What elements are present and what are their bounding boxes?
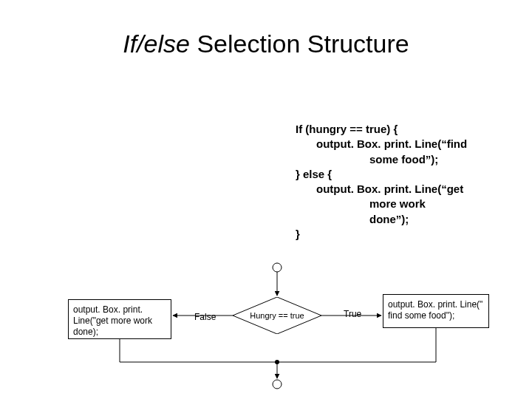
svg-point-5 (275, 360, 279, 364)
code-line: done”); (296, 212, 502, 227)
code-line: some food”); (296, 152, 502, 167)
flow-action-true: output. Box. print. Line(" find some foo… (383, 294, 489, 328)
code-line: } (296, 227, 502, 242)
svg-point-7 (273, 380, 282, 389)
title-italic: If/else (123, 30, 190, 58)
svg-point-1 (273, 263, 282, 272)
title-rest: Selection Structure (190, 30, 409, 58)
code-block: If (hungry == true) { output. Box. print… (296, 122, 502, 242)
code-line: more work (296, 197, 502, 211)
code-line: } else { (296, 167, 502, 182)
edge-label-false: False (194, 312, 216, 322)
slide-title: If/else Selection Structure (0, 30, 532, 58)
code-line: If (hungry == true) { (296, 122, 502, 137)
flow-decision: Hungry == true (233, 297, 321, 334)
code-line: output. Box. print. Line(“find (296, 137, 502, 151)
flow-action-false: output. Box. print. Line("get more work … (68, 299, 171, 339)
edge-label-true: True (344, 309, 361, 319)
decision-label: Hungry == true (233, 297, 321, 334)
code-line: output. Box. print. Line(“get (296, 182, 502, 197)
